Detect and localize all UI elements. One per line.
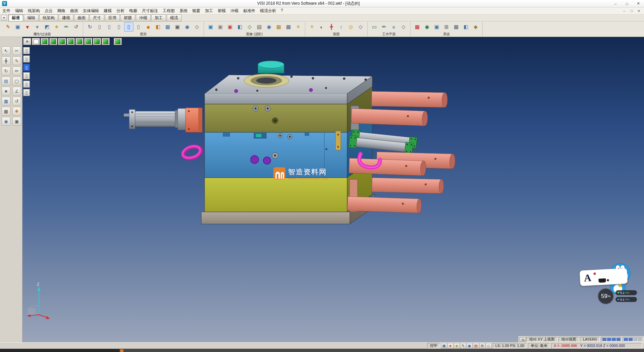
table-icon[interactable]: ⊞ xyxy=(479,343,485,348)
menu-item[interactable]: 工程图 xyxy=(160,8,177,14)
visibility-icon[interactable]: ◐ xyxy=(317,22,326,32)
doc-minimize-icon[interactable]: – xyxy=(621,9,628,13)
gallery-icon[interactable]: ▦ xyxy=(274,22,283,32)
menu-item[interactable]: 视窗 xyxy=(190,8,203,14)
menu-item[interactable]: 标准件 xyxy=(241,8,258,14)
view-blank-icon[interactable] xyxy=(32,38,40,45)
solid-icon[interactable]: ■ xyxy=(2,87,10,95)
render-wire-icon[interactable]: ▣ xyxy=(216,22,225,32)
cylinder-display-1-icon[interactable]: ▯ xyxy=(95,22,104,32)
menu-item[interactable]: 塑模 xyxy=(215,8,228,14)
viewport-3d[interactable]: Z ≡ ▯▯▯▯▯▯ 智造资料网 xyxy=(22,37,644,342)
solid-view-icon[interactable]: ■ xyxy=(144,22,153,32)
tab[interactable]: 曲面 xyxy=(74,14,89,21)
menu-item[interactable]: 编辑 xyxy=(13,8,25,14)
doc-close-icon[interactable]: ✕ xyxy=(635,9,643,13)
display-capsule-4-icon[interactable]: ▯ xyxy=(23,72,30,79)
menu-item[interactable]: 冲模 xyxy=(228,8,241,14)
display-icon[interactable]: ◉ xyxy=(2,117,10,126)
globe-icon[interactable]: ◉ xyxy=(422,22,432,32)
tab[interactable]: 冲模 xyxy=(136,14,151,21)
menu-item[interactable]: 加工 xyxy=(203,8,215,14)
wireframe-icon[interactable]: ◇ xyxy=(192,22,202,32)
display-capsule-2-icon[interactable]: ▯ xyxy=(23,55,30,62)
settings-grid-icon[interactable]: ⊞ xyxy=(442,22,451,32)
undo-icon[interactable]: ↺ xyxy=(12,97,21,105)
record-icon[interactable]: ● xyxy=(447,343,453,348)
edit-icon[interactable]: ✎ xyxy=(460,343,466,348)
view-search-button[interactable] xyxy=(520,337,526,342)
info-icon[interactable]: ◉ xyxy=(467,343,473,348)
menu-item[interactable]: ? xyxy=(278,8,285,14)
workplane-align-icon[interactable]: ≡ xyxy=(389,22,398,32)
modify-attributes-icon[interactable]: ✎ xyxy=(3,22,13,32)
tab[interactable]: 模流 xyxy=(167,14,181,21)
viewport-menu-icon[interactable]: ≡ xyxy=(23,38,31,45)
minimize-button[interactable]: – xyxy=(610,0,621,7)
view-mode-indicator[interactable]: 绝对 XY 上视图 xyxy=(526,337,558,342)
download-card[interactable]: A xyxy=(580,268,628,286)
trim-icon[interactable]: ✂ xyxy=(12,46,21,55)
texture-icon[interactable]: ▩ xyxy=(284,22,293,32)
shaded-icon[interactable]: ◉ xyxy=(182,22,192,32)
lighting-icon[interactable]: ☀ xyxy=(293,22,303,32)
section-icon[interactable]: ◧ xyxy=(235,22,245,32)
snap-grid-icon[interactable]: ▩ xyxy=(451,22,461,32)
regen-view-icon[interactable]: ↻ xyxy=(85,22,95,32)
attribute-brush-icon[interactable]: ✏ xyxy=(62,22,71,32)
tab-overflow-button[interactable]: ▼ xyxy=(1,15,7,21)
monitor-icon[interactable]: ▣ xyxy=(432,22,441,32)
material-icon[interactable]: ◆ xyxy=(471,22,480,32)
workplane-icon[interactable]: ▭ xyxy=(370,22,379,32)
cylinder-display-2-icon[interactable]: ▯ xyxy=(105,22,114,32)
tab[interactable]: 编辑 xyxy=(24,14,39,21)
reset-filter-icon[interactable]: ↺ xyxy=(71,22,81,32)
solid-edge-icon[interactable]: ◧ xyxy=(153,22,163,32)
mask-icon[interactable]: ◩ xyxy=(42,22,52,32)
view-cube-top-icon[interactable] xyxy=(41,38,49,45)
render-dynamic-icon[interactable]: ▣ xyxy=(225,22,235,32)
view-cube-iso2-icon[interactable] xyxy=(102,38,110,45)
active-layer-indicator[interactable]: LAYER0 xyxy=(580,337,600,342)
tab[interactable]: 加工 xyxy=(151,14,166,21)
display-capsule-5-icon[interactable]: ▯ xyxy=(23,81,30,88)
view-cube-dynamic-icon[interactable] xyxy=(114,38,122,45)
zoom-region-icon[interactable]: ◇ xyxy=(245,22,254,32)
select-icon[interactable]: ↖ xyxy=(2,46,10,55)
view-axis-icon[interactable]: ╋ xyxy=(327,22,336,32)
helper-icon[interactable]: ✱ xyxy=(12,107,21,116)
menu-item[interactable]: 实体编辑 xyxy=(80,8,101,14)
view-light-icon[interactable]: ◎ xyxy=(346,22,356,32)
view-cube-front-icon[interactable] xyxy=(49,38,57,45)
layer-box-icon[interactable]: ◇ xyxy=(486,343,492,348)
render-shaded-icon[interactable]: ▣ xyxy=(206,22,215,32)
view-iso-icon[interactable]: ◇ xyxy=(356,22,365,32)
tab[interactable]: 标准 xyxy=(8,14,23,21)
view-cube-right-icon[interactable] xyxy=(58,38,66,45)
hatch-icon[interactable]: ▩ xyxy=(2,107,10,116)
view-cube-back-icon[interactable] xyxy=(75,38,84,45)
rotate-icon[interactable]: ↻ xyxy=(2,67,10,75)
workplane-edit-icon[interactable]: ✏ xyxy=(379,22,389,32)
taskbar-app-icon[interactable] xyxy=(120,349,123,352)
menu-item[interactable]: 分析 xyxy=(114,8,127,14)
menu-item[interactable]: 尺寸标注 xyxy=(140,8,160,14)
menu-item[interactable]: 网格 xyxy=(55,8,68,14)
display-capsule-3-icon[interactable]: ▯ xyxy=(23,64,30,71)
layers-icon[interactable]: ▤ xyxy=(2,77,10,85)
display-capsule-1-icon[interactable]: ▯ xyxy=(23,47,30,54)
capture-icon[interactable]: ▣ xyxy=(173,22,182,32)
animation-icon[interactable]: ▤ xyxy=(255,22,264,32)
move-icon[interactable]: ╋ xyxy=(2,56,10,65)
tab[interactable]: 应用 xyxy=(105,14,120,21)
view-cube-bottom-icon[interactable] xyxy=(84,38,92,45)
color-grid-icon[interactable]: ▦ xyxy=(413,22,422,32)
snap-toggle[interactable]: 控宇 xyxy=(427,343,440,348)
tab[interactable]: 尺寸 xyxy=(90,14,104,21)
copy-attributes-icon[interactable]: ▣ xyxy=(13,22,22,32)
tab[interactable]: 塑膜 xyxy=(120,14,135,21)
menu-item[interactable]: 模流分析 xyxy=(258,8,278,14)
maximize-button[interactable]: □ xyxy=(621,0,633,7)
menu-item[interactable]: 系统 xyxy=(177,8,190,14)
menu-item[interactable]: 建模 xyxy=(101,8,114,14)
